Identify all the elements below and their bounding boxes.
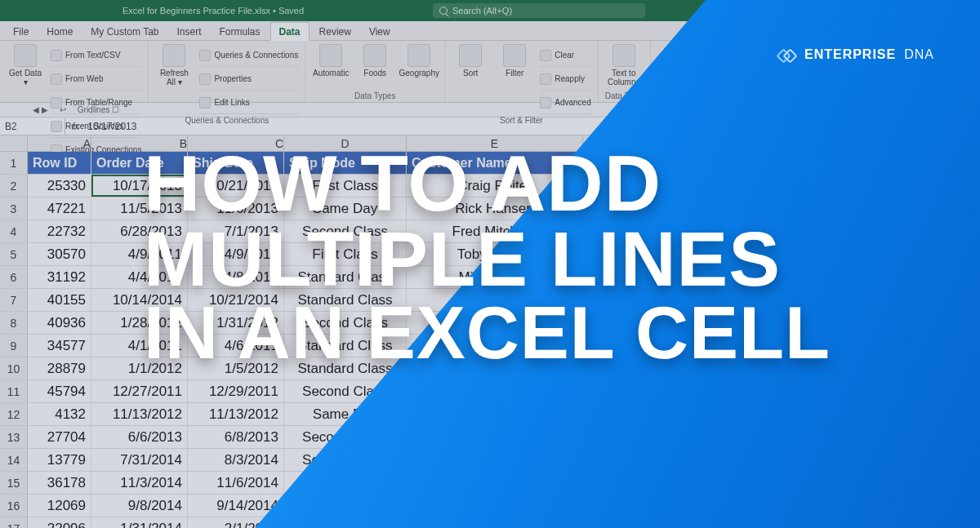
cell[interactable]: 7/31/2014: [91, 449, 188, 471]
row-header[interactable]: 12: [0, 403, 28, 425]
cell[interactable]: 11/3/2014: [91, 472, 188, 494]
cell[interactable]: 36178: [28, 472, 91, 494]
brand-bold: ENTERPRISE: [804, 47, 896, 62]
quick-item[interactable]: ◀ ▶: [33, 105, 48, 114]
ribbon-button[interactable]: Filter: [496, 44, 533, 78]
ribbon-small-button[interactable]: Clear: [540, 44, 590, 67]
row-header[interactable]: 7: [0, 289, 28, 311]
ribbon-small-icon: [199, 50, 211, 61]
tab-view[interactable]: View: [361, 23, 399, 40]
cell[interactable]: 45794: [28, 380, 91, 402]
cell[interactable]: 11/13/2012: [188, 403, 284, 425]
search-icon: [439, 7, 448, 15]
ribbon-icon: [503, 44, 526, 67]
ribbon-button[interactable]: Text to Columns: [605, 44, 643, 87]
ribbon-group-get-transform-data: Get Data ▾From Text/CSVFrom WebFrom Tabl…: [0, 41, 149, 102]
tab-data[interactable]: Data: [270, 22, 310, 41]
cell[interactable]: 34577: [28, 335, 91, 357]
row-header[interactable]: 4: [0, 220, 28, 242]
ribbon-small-button[interactable]: From Text/CSV: [51, 44, 141, 67]
cell[interactable]: 25330: [28, 175, 91, 197]
quick-item[interactable]: ↩: [60, 105, 66, 114]
tab-my-custom-tab[interactable]: My Custom Tab: [82, 23, 167, 40]
tab-insert[interactable]: Insert: [169, 23, 210, 40]
cell[interactable]: 30570: [28, 243, 91, 265]
name-box[interactable]: B2: [0, 118, 65, 135]
ribbon-icon: [612, 44, 635, 67]
search-box[interactable]: Search (Alt+Q): [433, 3, 645, 18]
tab-home[interactable]: Home: [38, 23, 81, 40]
ribbon-button[interactable]: Get Data ▾: [7, 44, 44, 87]
ribbon-small-button[interactable]: Edit Links: [199, 91, 298, 114]
cell[interactable]: 40155: [28, 289, 91, 311]
ribbon-small-icon: [51, 50, 62, 61]
row-header[interactable]: 13: [0, 426, 28, 448]
cell[interactable]: 27704: [28, 426, 91, 448]
cell[interactable]: 13779: [28, 449, 91, 471]
ribbon-button[interactable]: Geography: [400, 44, 438, 78]
ribbon-button[interactable]: Refresh All ▾: [155, 44, 193, 87]
ribbon-group-label: Sort & Filter: [452, 114, 590, 125]
cell[interactable]: 12/27/2011: [91, 380, 188, 402]
ribbon-small-icon: [540, 50, 551, 61]
cell[interactable]: 11/6/2014: [188, 472, 284, 494]
row-header[interactable]: 6: [0, 266, 28, 288]
ribbon-small-button[interactable]: From Web: [51, 68, 141, 91]
ribbon-icon: [363, 44, 386, 67]
cell[interactable]: 6/6/2013: [91, 426, 188, 448]
ribbon-button[interactable]: Sort: [452, 44, 489, 78]
ribbon-small-button[interactable]: Queries & Connections: [199, 44, 298, 67]
ribbon-icon: [408, 44, 430, 67]
ribbon-button[interactable]: Automatic: [312, 44, 350, 78]
row-header[interactable]: 10: [0, 357, 28, 379]
ribbon-small-icon: [199, 97, 211, 109]
cell[interactable]: 1/31/2014: [91, 517, 188, 528]
ribbon-small-button[interactable]: Advanced: [540, 91, 590, 114]
column-header-A[interactable]: A: [28, 135, 91, 151]
cell[interactable]: 4132: [28, 403, 91, 425]
search-placeholder: Search (Alt+Q): [452, 6, 512, 16]
cell[interactable]: 9/8/2014: [91, 495, 188, 517]
row-header[interactable]: 8: [0, 312, 28, 334]
formula-value[interactable]: 10/17/2013: [87, 121, 136, 132]
ribbon-small-icon: [199, 73, 211, 85]
ribbon-group-label: Data Types: [312, 90, 438, 100]
cell[interactable]: 12069: [28, 495, 91, 517]
tab-file[interactable]: File: [5, 23, 37, 40]
tab-review[interactable]: Review: [311, 23, 359, 40]
header-cell[interactable]: Row ID: [28, 152, 91, 174]
row-header[interactable]: 11: [0, 380, 28, 402]
cell[interactable]: 47221: [28, 197, 91, 220]
ribbon-small-button[interactable]: Properties: [199, 68, 298, 91]
row-header[interactable]: 3: [0, 197, 28, 220]
select-all-corner[interactable]: [0, 135, 28, 151]
ribbon-small-icon: [51, 73, 62, 85]
row-header[interactable]: 16: [0, 495, 28, 517]
tab-formulas[interactable]: Formulas: [212, 23, 269, 40]
quick-item[interactable]: Gridlines ☐: [78, 105, 119, 114]
row-header[interactable]: 15: [0, 472, 28, 494]
cell[interactable]: 22732: [28, 220, 91, 242]
cell[interactable]: 6/8/2013: [188, 426, 284, 448]
row-header[interactable]: 2: [0, 175, 28, 197]
row-header[interactable]: 1: [0, 152, 28, 174]
fx-icon[interactable]: fx: [72, 121, 79, 132]
ribbon-group-label: Queries & Connections: [155, 114, 298, 125]
cell[interactable]: 22096: [28, 517, 91, 528]
cell[interactable]: 12/29/2011: [188, 380, 284, 402]
ribbon-small-icon: [540, 97, 551, 109]
cell[interactable]: 28879: [28, 357, 91, 379]
headline-line-3: IN AN EXCEL CELL: [144, 297, 960, 369]
row-header[interactable]: 17: [0, 517, 28, 528]
dna-icon: [778, 46, 796, 64]
cell[interactable]: 8/3/2014: [188, 449, 284, 471]
cell[interactable]: 31192: [28, 266, 91, 288]
ribbon-small-button[interactable]: Reapply: [540, 68, 590, 91]
ribbon-button[interactable]: Foods: [356, 44, 394, 78]
brand-light: DNA: [904, 47, 934, 62]
cell[interactable]: 11/13/2012: [91, 403, 188, 425]
row-header[interactable]: 5: [0, 243, 28, 265]
row-header[interactable]: 9: [0, 335, 28, 357]
row-header[interactable]: 14: [0, 449, 28, 471]
cell[interactable]: 40936: [28, 312, 91, 334]
